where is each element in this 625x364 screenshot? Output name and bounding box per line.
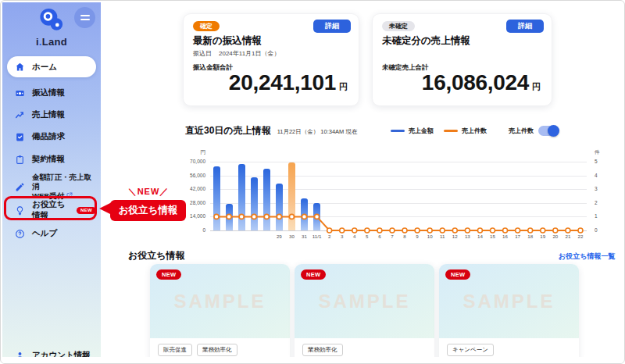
sidebar-item-label: 金額訂正・売上取消WEB受付 <box>32 173 96 201</box>
sample-image: NEWSAMPLE <box>150 264 290 338</box>
x-axis-tick: 14 <box>477 234 483 239</box>
x-axis-tick: 5 <box>366 234 368 239</box>
right-axis-tick: 3 <box>595 186 607 191</box>
status-badge: 確定 <box>193 21 220 31</box>
x-axis-tick: 15 <box>490 234 495 239</box>
callout-new-text: ＼NEW／ <box>120 186 177 198</box>
app-window: i.Land ホーム振込情報売上情報備品請求契約情報金額訂正・売上取消WEB受付… <box>0 0 625 364</box>
new-badge: NEW <box>156 269 181 280</box>
unconfirmed-detail-button[interactable]: 詳細 <box>506 20 544 33</box>
sales-chart: 円 件 70,000556,000442,000328,000214,00010… <box>177 149 612 249</box>
menu-toggle-button[interactable] <box>74 7 95 28</box>
left-axis-tick: 56,000 <box>177 173 205 178</box>
sidebar-item-useful-info[interactable]: お役立ち情報NEW <box>7 202 96 218</box>
x-axis-tick: 6 <box>378 234 380 239</box>
category-tag: 業務効率化 <box>197 344 238 356</box>
useful-info-card-2[interactable]: NEWSAMPLE業務効率化 <box>295 264 434 364</box>
legend-label: 売上件数 <box>462 127 487 135</box>
right-axis-unit: 件 <box>595 149 600 156</box>
sidebar-item-home[interactable]: ホーム <box>7 56 96 77</box>
sidebar-item-label: 売上情報 <box>32 109 65 120</box>
sidebar-item-supplies-request[interactable]: 備品請求 <box>7 129 96 145</box>
help-circle-icon <box>15 229 25 239</box>
sidebar: i.Land ホーム振込情報売上情報備品請求契約情報金額訂正・売上取消WEB受付… <box>2 2 101 358</box>
sidebar-item-web-correction[interactable]: 金額訂正・売上取消WEB受付 <box>7 175 96 198</box>
category-tag: キャンペーン <box>447 344 494 356</box>
chart-as-of: 11月22日（金） 10:34AM 現在 <box>277 128 358 136</box>
right-axis-tick: 4 <box>595 173 607 178</box>
chart-title: 直近30日の売上情報 <box>185 124 271 137</box>
x-axis-tick: 13 <box>465 234 470 239</box>
legend-item-0: 売上金額 <box>391 127 434 135</box>
sales-count-toggle[interactable] <box>538 126 559 136</box>
sidebar-item-label: お役立ち情報 <box>32 199 73 221</box>
toggle-label: 売上件数 <box>509 127 534 135</box>
x-axis-tick: 4 <box>353 234 355 239</box>
x-axis-tick: 9 <box>416 234 418 239</box>
chart-plot-area <box>210 162 587 230</box>
transfer-detail-button[interactable]: 詳細 <box>313 20 351 33</box>
clipboard-icon <box>15 155 25 165</box>
logo-text: i.Land <box>18 36 85 48</box>
x-axis-tick: 11 <box>440 234 445 239</box>
sidebar-item-help[interactable]: ヘルプ <box>7 226 96 241</box>
sidebar-item-label: 契約情報 <box>32 154 65 165</box>
legend-swatch <box>444 130 458 132</box>
useful-info-list-link[interactable]: お役立ち情報一覧 <box>559 252 615 262</box>
sample-placeholder-text: SAMPLE <box>318 291 410 312</box>
unconfirmed-sales-card: 未確定 詳細 未確定分の売上情報 未確定売上合計 16,086,024円 <box>372 13 552 106</box>
x-axis-tick: 3 <box>341 234 343 239</box>
x-axis-tick: 10 <box>427 234 433 239</box>
legend-swatch <box>391 130 405 132</box>
left-axis-unit: 円 <box>177 149 205 156</box>
sidebar-item-transfer-info[interactable]: 振込情報 <box>7 85 96 101</box>
sales-count-toggle-group: 売上件数 <box>509 126 559 136</box>
sample-image: NEWSAMPLE <box>295 264 434 338</box>
x-axis-tick: 12 <box>452 234 458 239</box>
right-axis-tick: 5 <box>595 159 607 164</box>
right-axis-tick: 2 <box>595 200 607 205</box>
sidebar-item-label: 備品請求 <box>32 131 65 142</box>
transfer-date: 振込日2024年11月1日（金） <box>193 49 280 58</box>
useful-info-card-1[interactable]: NEWSAMPLE販売促進業務効率化 <box>150 264 290 364</box>
new-badge: NEW <box>445 269 470 280</box>
amount-label: 振込金額合計 <box>193 63 233 73</box>
home-icon <box>15 62 25 72</box>
category-tag: 販売促進 <box>158 344 192 356</box>
new-badge: NEW <box>301 269 326 280</box>
x-axis-tick: 16 <box>502 234 508 239</box>
useful-info-card-3[interactable]: NEWSAMPLEキャンペーン <box>439 264 579 364</box>
right-axis-tick: 1 <box>595 213 607 219</box>
transfer-amount: 20,241,101円 <box>229 70 348 95</box>
new-badge: NEW <box>77 207 96 214</box>
sidebar-item-contract-info[interactable]: 契約情報 <box>7 152 96 167</box>
unconfirmed-amount: 16,086,024円 <box>422 70 541 95</box>
x-axis-tick: 29 <box>277 234 282 239</box>
chart-header: 直近30日の売上情報 11月22日（金） 10:34AM 現在 売上金額売上件数… <box>185 123 559 138</box>
x-axis-tick: 31 <box>302 234 307 239</box>
banknote-icon <box>15 88 25 98</box>
transfer-info-card: 確定 詳細 最新の振込情報 振込日2024年11月1日（金） 振込金額合計 20… <box>183 13 359 106</box>
chart-legend: 売上金額売上件数 <box>391 127 487 135</box>
document-check-icon <box>15 132 25 142</box>
x-axis-tick: 22 <box>578 234 584 239</box>
right-axis-tick: 0 <box>595 227 607 233</box>
card-title: 未確定分の売上情報 <box>382 34 470 48</box>
sidebar-item-sales-info[interactable]: 売上情報 <box>7 107 96 123</box>
legend-label: 売上金額 <box>409 127 434 135</box>
x-axis-tick: 20 <box>552 234 558 239</box>
x-axis-tick: 19 <box>540 234 545 239</box>
sample-placeholder-text: SAMPLE <box>173 291 266 312</box>
sidebar-item-label: 振込情報 <box>32 87 65 98</box>
useful-info-section-title: お役立ち情報 <box>128 249 185 262</box>
sidebar-item-label: ホーム <box>32 62 57 73</box>
x-axis-tick: 30 <box>289 234 295 239</box>
x-axis-tick: 11/1 <box>312 234 322 239</box>
category-tag: 業務効率化 <box>302 344 343 356</box>
x-axis-tick: 18 <box>527 234 533 239</box>
sales-count-line <box>210 162 587 230</box>
x-axis-tick: 21 <box>565 234 570 239</box>
lightbulb-icon <box>15 205 25 216</box>
left-axis-tick: 42,000 <box>177 186 205 191</box>
sample-image: NEWSAMPLE <box>439 264 579 338</box>
